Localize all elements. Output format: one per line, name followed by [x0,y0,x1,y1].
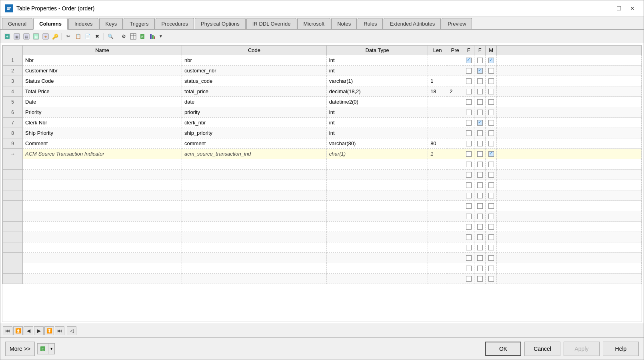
row-code[interactable]: acm_source_transaction_ind [182,149,327,159]
ok-button[interactable]: OK [485,342,521,356]
row-len[interactable] [428,107,447,118]
toolbar-chart-button[interactable] [148,32,157,41]
checkbox-f2[interactable] [477,193,483,198]
row-m[interactable] [486,118,497,128]
toolbar-btn6[interactable]: 🔑 [51,32,60,41]
checkbox-m[interactable] [488,172,494,178]
table-row[interactable]: 9 Comment comment varchar(80) 80 [3,138,642,149]
table-row-empty[interactable] [3,274,642,284]
checkbox-f2[interactable] [477,182,483,188]
row-f2[interactable] [474,97,486,107]
row-pre[interactable] [447,76,463,86]
row-pre[interactable] [447,118,463,128]
checkbox-m[interactable] [488,224,494,230]
table-row-empty[interactable] [3,170,642,180]
nav-last-button[interactable]: ⏭ [55,326,64,335]
table-row-empty[interactable] [3,159,642,170]
checkbox-f1[interactable] [466,193,472,198]
checkbox-f2[interactable] [477,58,483,63]
table-row[interactable]: 3 Status Code status_code varchar(1) 1 [3,76,642,86]
row-f2[interactable] [474,149,486,159]
checkbox-f1[interactable] [466,141,472,146]
checkbox-m[interactable] [488,245,494,250]
table-row-empty[interactable] [3,242,642,253]
row-datatype[interactable]: varchar(80) [326,138,428,149]
row-f1[interactable] [463,97,474,107]
checkbox-m[interactable] [488,162,494,167]
checkbox-m[interactable] [488,58,494,63]
more-button[interactable]: More >> [5,342,35,356]
row-datatype[interactable]: int [326,107,428,118]
nav-up-many-button[interactable]: ⏫ [13,326,23,335]
checkbox-f2[interactable] [477,89,483,94]
checkbox-f1[interactable] [466,99,472,105]
row-name[interactable]: Date [23,97,182,107]
checkbox-f1[interactable] [466,266,472,271]
row-m[interactable] [486,107,497,118]
toolbar-cut-button[interactable]: ✂ [64,32,73,41]
row-len[interactable] [428,97,447,107]
checkbox-f2[interactable] [477,120,483,126]
tab-procedures[interactable]: Procedures [156,18,194,29]
row-name[interactable]: Status Code [23,76,182,86]
tab-triggers[interactable]: Triggers [124,18,154,29]
apply-button[interactable]: Apply [564,342,600,356]
row-f1[interactable] [463,86,474,97]
row-pre[interactable] [447,55,463,66]
row-f1[interactable] [463,149,474,159]
checkbox-f1[interactable] [466,172,472,178]
toolbar-search-button[interactable]: 🔍 [106,32,115,41]
tab-general[interactable]: General [2,18,32,29]
toolbar-export-button[interactable]: E [138,32,147,41]
toolbar-btn2[interactable]: ▦ [12,32,21,41]
footer-icon-dropdown[interactable]: ▼ [48,343,55,354]
checkbox-f2[interactable] [477,276,483,282]
table-row-empty[interactable] [3,253,642,263]
tab-extended-attributes[interactable]: Extended Attributes [384,18,441,29]
row-f2[interactable] [474,86,486,97]
row-pre[interactable] [447,97,463,107]
row-f1[interactable] [463,138,474,149]
row-f2[interactable] [474,76,486,86]
row-f2[interactable] [474,118,486,128]
row-pre[interactable] [447,107,463,118]
row-m[interactable] [486,66,497,76]
row-m[interactable] [486,97,497,107]
row-len[interactable] [428,118,447,128]
row-code[interactable]: nbr [182,55,327,66]
tab-microsoft[interactable]: Microsoft [297,18,330,29]
nav-next-button[interactable]: ▶ [34,326,44,335]
row-code[interactable]: customer_nbr [182,66,327,76]
nav-first-button[interactable]: ⏮ [3,326,12,335]
row-name[interactable]: Ship Priority [23,128,182,138]
checkbox-f1[interactable] [466,245,472,250]
row-datatype[interactable]: datetime2(0) [326,97,428,107]
row-pre[interactable]: 2 [447,86,463,97]
row-datatype[interactable]: char(1) [326,149,428,159]
table-row[interactable]: 6 Priority priority int [3,107,642,118]
row-code[interactable]: clerk_nbr [182,118,327,128]
row-f1[interactable] [463,128,474,138]
row-name[interactable]: Customer Nbr [23,66,182,76]
row-f1[interactable] [463,118,474,128]
table-row[interactable]: 7 Clerk Nbr clerk_nbr int [3,118,642,128]
row-len[interactable]: 18 [428,86,447,97]
checkbox-f2[interactable] [477,172,483,178]
checkbox-f1[interactable] [466,234,472,240]
toolbar-copy-button[interactable]: 📋 [74,32,82,41]
table-row[interactable]: 1 Nbr nbr int [3,55,642,66]
checkbox-f2[interactable] [477,68,483,74]
maximize-button[interactable]: ☐ [612,4,625,13]
row-datatype[interactable]: int [326,66,428,76]
checkbox-f2[interactable] [477,130,483,136]
tab-keys[interactable]: Keys [99,18,123,29]
nav-scroll-right-button[interactable]: ◁ [67,326,76,335]
checkbox-m[interactable] [488,255,494,261]
checkbox-f2[interactable] [477,203,483,209]
checkbox-m[interactable] [488,214,494,219]
toolbar-settings-button[interactable]: ⚙ [119,32,128,41]
checkbox-f1[interactable] [466,182,472,188]
table-row-empty[interactable] [3,180,642,190]
nav-prev-button[interactable]: ◀ [24,326,33,335]
checkbox-m[interactable] [488,151,494,157]
